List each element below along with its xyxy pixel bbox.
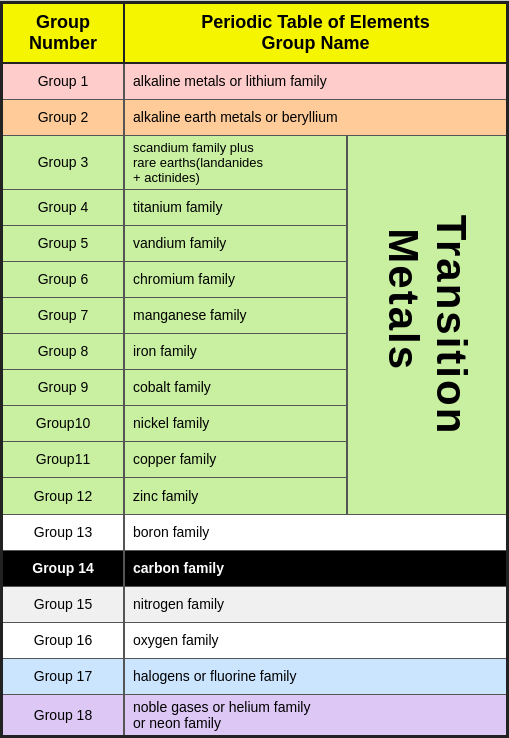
group-name-cell: cobalt family (125, 370, 346, 405)
group-number-cell: Group 12 (3, 478, 125, 514)
table-row: Group 12 zinc family (3, 478, 346, 514)
group-number-cell: Group10 (3, 406, 125, 441)
group-number-cell: Group 9 (3, 370, 125, 405)
group-number-cell: Group 7 (3, 298, 125, 333)
group-number-cell: Group 6 (3, 262, 125, 297)
group-number-cell: Group 16 (3, 623, 125, 658)
table-row: Group 14 carbon family (3, 551, 506, 587)
table-row: Group 8 iron family (3, 334, 346, 370)
group-number-cell: Group 8 (3, 334, 125, 369)
table-row: Group 2 alkaline earth metals or berylli… (3, 100, 506, 136)
group-number-cell: Group 5 (3, 226, 125, 261)
transition-metals-label: Transition Metals (379, 214, 475, 435)
group-name-cell: boron family (125, 515, 506, 550)
group-number-cell: Group 3 (3, 136, 125, 189)
group-number-cell: Group 2 (3, 100, 125, 135)
transition-metals-label-container: Transition Metals (346, 136, 506, 514)
group-name-cell: manganese family (125, 298, 346, 333)
group-name-cell: chromium family (125, 262, 346, 297)
table-row: Group 1 alkaline metals or lithium famil… (3, 64, 506, 100)
transition-rows-container: Group 3 scandium family plusrare earths(… (3, 136, 346, 514)
table-row: Group 7 manganese family (3, 298, 346, 334)
table-row: Group 13 boron family (3, 515, 506, 551)
table-row: Group 3 scandium family plusrare earths(… (3, 136, 346, 190)
group-number-cell: Group 4 (3, 190, 125, 225)
table-row: Group10 nickel family (3, 406, 346, 442)
table-row: Group 4 titanium family (3, 190, 346, 226)
group-number-cell: Group 14 (3, 551, 125, 586)
periodic-table: GroupNumber Periodic Table of ElementsGr… (0, 1, 509, 738)
group-name-cell: alkaline earth metals or beryllium (125, 100, 506, 135)
table-row: Group 6 chromium family (3, 262, 346, 298)
group-name-cell: halogens or fluorine family (125, 659, 506, 694)
group-name-cell: copper family (125, 442, 346, 477)
group-number-cell: Group 13 (3, 515, 125, 550)
table-row: Group11 copper family (3, 442, 346, 478)
group-name-cell: iron family (125, 334, 346, 369)
header-group-number: GroupNumber (3, 4, 125, 62)
table-row: Group 15 nitrogen family (3, 587, 506, 623)
group-name-cell: zinc family (125, 478, 346, 514)
group-name-cell: scandium family plusrare earths(landanid… (125, 136, 346, 189)
table-header: GroupNumber Periodic Table of ElementsGr… (3, 4, 506, 64)
table-row: Group 5 vandium family (3, 226, 346, 262)
table-row: Group 17 halogens or fluorine family (3, 659, 506, 695)
table-row: Group 18 noble gases or helium familyor … (3, 695, 506, 735)
group-number-cell: Group11 (3, 442, 125, 477)
group-number-cell: Group 1 (3, 64, 125, 99)
group-name-cell: nitrogen family (125, 587, 506, 622)
transition-metals-section: Group 3 scandium family plusrare earths(… (3, 136, 506, 515)
table-row: Group 9 cobalt family (3, 370, 346, 406)
group-number-cell: Group 15 (3, 587, 125, 622)
group-name-cell: alkaline metals or lithium family (125, 64, 506, 99)
group-number-cell: Group 18 (3, 695, 125, 735)
group-name-cell: oxygen family (125, 623, 506, 658)
group-name-cell: nickel family (125, 406, 346, 441)
group-name-cell: noble gases or helium familyor neon fami… (125, 695, 506, 735)
header-group-name: Periodic Table of ElementsGroup Name (125, 4, 506, 62)
group-name-cell: carbon family (125, 551, 506, 586)
group-name-cell: titanium family (125, 190, 346, 225)
table-row: Group 16 oxygen family (3, 623, 506, 659)
group-name-cell: vandium family (125, 226, 346, 261)
group-number-cell: Group 17 (3, 659, 125, 694)
